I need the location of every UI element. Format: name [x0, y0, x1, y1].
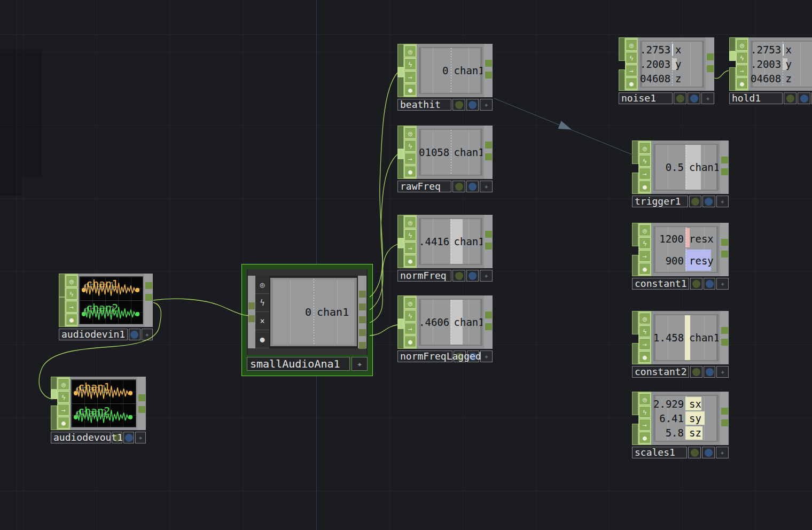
node-scales1[interactable]: ◎ ϟ → ● 2.929sx 6.41sy 5.8sz scales1: [632, 392, 729, 458]
input-connector[interactable]: [397, 319, 404, 329]
output-connector[interactable]: [721, 157, 728, 163]
viewer-icon[interactable]: ◎: [639, 224, 651, 236]
node-name[interactable]: normFreq: [397, 270, 451, 282]
node-audiodevin1[interactable]: ◎ ϟ → ● chan1 chan2 audiodevi: [59, 274, 153, 340]
render-flag[interactable]: [452, 99, 465, 111]
bypass-icon[interactable]: ϟ: [639, 325, 651, 337]
node-name[interactable]: trigger1: [632, 196, 688, 207]
star-flag[interactable]: ✦: [716, 447, 729, 458]
output-connector[interactable]: [359, 303, 366, 310]
bomb-icon[interactable]: ●: [404, 84, 416, 96]
output-connector[interactable]: [485, 60, 492, 67]
node-constant1[interactable]: ◎ ϟ → ● 1200resx 900resy constant1 ✦: [632, 223, 729, 290]
node-name[interactable]: rawFreq: [397, 181, 451, 192]
node-normFreqLagged[interactable]: ◎ ϟ → ● .4606 chan1 normFreqLagged ✦: [397, 295, 493, 362]
node-normFreq[interactable]: ◎ ϟ → ● .4416 chan1 normFreq ✦: [397, 215, 493, 282]
render-flag[interactable]: [690, 366, 702, 378]
node-name[interactable]: hold1: [729, 92, 783, 104]
render-flag[interactable]: [452, 181, 465, 192]
node-hold1[interactable]: ◎ ϟ → ● .2753x .2003y 04608z hold1: [729, 37, 812, 104]
input-connector[interactable]: [397, 238, 404, 248]
star-flag[interactable]: ✦: [135, 432, 146, 443]
viewer-icon[interactable]: ◎: [404, 127, 416, 139]
display-flag[interactable]: [466, 181, 479, 192]
output-connector[interactable]: [707, 65, 714, 72]
star-flag[interactable]: ✦: [716, 278, 729, 290]
output-connector[interactable]: [721, 339, 728, 346]
bypass-icon[interactable]: ϟ: [255, 294, 269, 312]
export-arrow-icon[interactable]: →: [639, 168, 651, 180]
viewer-icon[interactable]: ◎: [66, 275, 77, 287]
output-connector[interactable]: [359, 291, 366, 298]
node-rawFreq[interactable]: ◎ ϟ → ● 01058 chan1 rawFreq ✦: [397, 126, 493, 192]
export-arrow-icon[interactable]: →: [626, 65, 637, 76]
star-flag[interactable]: ✦: [142, 329, 153, 340]
bypass-icon[interactable]: ϟ: [404, 58, 416, 70]
bomb-icon[interactable]: ●: [255, 330, 269, 348]
output-connector[interactable]: [485, 231, 492, 238]
node-name[interactable]: scales1: [632, 447, 687, 458]
export-arrow-icon[interactable]: →: [736, 65, 748, 76]
node-viewer[interactable]: 0.5 chan1: [653, 144, 719, 191]
export-arrow-icon[interactable]: →: [404, 71, 416, 83]
star-flag[interactable]: ✦: [480, 350, 493, 362]
export-arrow-icon[interactable]: →: [404, 153, 416, 165]
output-connector[interactable]: [485, 142, 492, 149]
output-connector[interactable]: [707, 53, 714, 60]
node-smallAudioAna1-selected[interactable]: ◎ ϟ × ● 0 chan1: [241, 264, 373, 376]
star-flag[interactable]: ✦: [352, 357, 368, 371]
bomb-icon[interactable]: ●: [639, 263, 651, 275]
node-name[interactable]: noise1: [619, 92, 673, 104]
node-name[interactable]: audiodevout1: [51, 432, 111, 443]
bomb-icon[interactable]: ●: [404, 336, 416, 347]
viewer-icon[interactable]: ◎: [626, 39, 637, 51]
output-connector[interactable]: [485, 72, 492, 79]
input-connector[interactable]: [248, 315, 255, 322]
output-connector[interactable]: [721, 408, 728, 415]
bypass-icon[interactable]: ϟ: [66, 288, 77, 300]
display-flag[interactable]: [704, 366, 716, 378]
output-connector[interactable]: [359, 316, 366, 323]
node-audiodevout1[interactable]: ◎ ϟ → ● chan1 chan2 audiodevo: [51, 377, 146, 443]
bypass-icon[interactable]: ϟ: [736, 52, 748, 64]
input-connector[interactable]: [248, 302, 255, 309]
star-flag[interactable]: ✦: [480, 270, 493, 282]
star-flag[interactable]: ✦: [701, 92, 714, 104]
node-name[interactable]: smallAudioAna1: [247, 357, 350, 371]
output-connector[interactable]: [721, 168, 728, 175]
export-arrow-icon[interactable]: →: [639, 419, 651, 431]
node-name[interactable]: constant1: [632, 278, 689, 290]
render-flag[interactable]: [784, 92, 797, 104]
star-flag[interactable]: ✦: [716, 366, 729, 378]
render-flag[interactable]: [674, 92, 686, 104]
input-connector[interactable]: [729, 51, 736, 61]
node-viewer[interactable]: .4416 chan1: [419, 218, 482, 265]
node-name[interactable]: normFreqLagged: [397, 350, 452, 362]
output-connector[interactable]: [359, 329, 366, 336]
display-flag[interactable]: [466, 270, 479, 282]
node-viewer[interactable]: 0 chan1: [419, 47, 482, 94]
output-connector[interactable]: [485, 311, 492, 318]
waveform-viewer[interactable]: chan1 chan2: [71, 379, 136, 427]
node-name[interactable]: audiodevin1: [59, 329, 128, 340]
output-connector[interactable]: [138, 406, 145, 413]
render-flag[interactable]: [688, 447, 701, 458]
display-flag[interactable]: [688, 92, 700, 104]
star-flag[interactable]: ✦: [480, 99, 493, 111]
render-flag[interactable]: [452, 270, 465, 282]
node-viewer[interactable]: 1200resx 900resy: [653, 226, 719, 273]
node-constant2[interactable]: ◎ ϟ → ● 1.458 chan1 constant2 ✦: [632, 311, 729, 378]
output-connector[interactable]: [145, 282, 152, 289]
bomb-icon[interactable]: ●: [639, 351, 651, 363]
node-name[interactable]: beathit: [397, 99, 451, 111]
bypass-icon[interactable]: ϟ: [639, 155, 651, 167]
node-noise1[interactable]: ◎ ϟ → ● .2753x .2003y 04608z noise1: [619, 37, 714, 104]
export-arrow-icon[interactable]: →: [639, 338, 651, 350]
export-arrow-icon[interactable]: →: [639, 250, 651, 262]
waveform-viewer[interactable]: chan1 chan2: [79, 276, 143, 324]
export-arrow-icon[interactable]: →: [404, 242, 416, 254]
input-connector[interactable]: [397, 67, 404, 77]
node-viewer[interactable]: 0 chan1: [270, 278, 357, 346]
display-flag[interactable]: [129, 329, 140, 340]
bomb-icon[interactable]: ●: [639, 181, 651, 192]
